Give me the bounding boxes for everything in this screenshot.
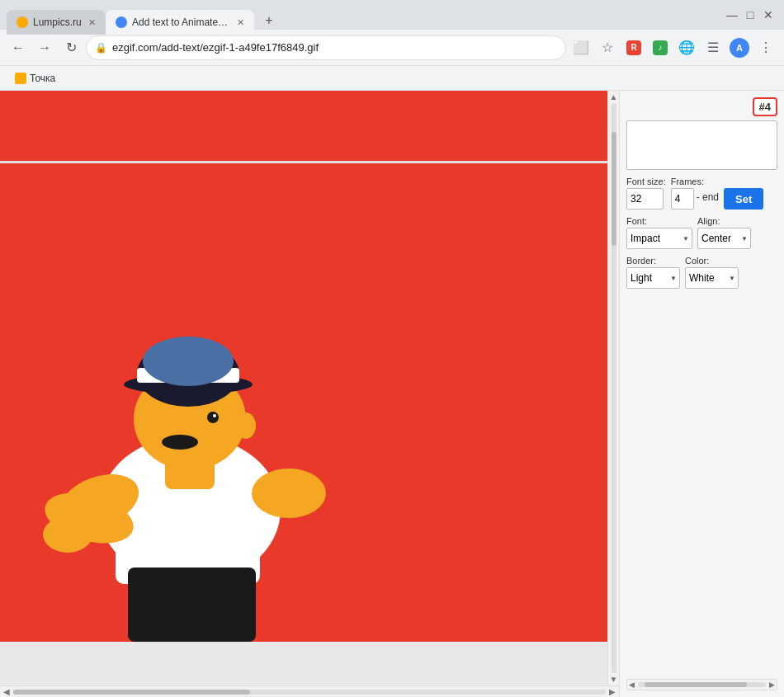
content-area: ▲ ▼ ◀ ▶ #4 — [0, 91, 784, 697]
frames-group: Frames: - end — [671, 177, 719, 210]
color-group: Color: White Black Red Blue — [685, 256, 739, 289]
menu-icon[interactable]: ☰ — [701, 36, 725, 59]
controls-scroll-left[interactable]: ◀ — [627, 681, 636, 689]
svg-point-15 — [213, 414, 216, 417]
scroll-thumb — [612, 132, 616, 246]
scroll-down-button[interactable]: ▼ — [610, 675, 618, 684]
more-icon[interactable]: ⋮ — [754, 36, 777, 59]
url-bar[interactable]: 🔒 ezgif.com/add-text/ezgif-1-a49fe17f684… — [86, 35, 566, 60]
align-select[interactable]: Left Center Right — [697, 228, 751, 249]
forward-button[interactable]: → — [33, 36, 56, 59]
scroll-left-button[interactable]: ◀ — [2, 687, 12, 696]
scrollbar-track[interactable] — [13, 690, 606, 695]
gif-frame-2 — [0, 163, 607, 642]
font-size-label: Font size: — [626, 177, 666, 186]
globe-icon[interactable]: 🌐 — [675, 36, 698, 59]
tab-group: Lumpics.ru ✕ Add text to Animated GIFs -… — [7, 0, 281, 30]
vertical-scrollbar[interactable]: ▲ ▼ — [607, 91, 619, 685]
controls-scrollbar[interactable]: ◀ ▶ — [626, 679, 777, 690]
url-text: ezgif.com/add-text/ezgif-1-a49fe17f6849.… — [112, 41, 557, 54]
refresh-button[interactable]: ↻ — [59, 36, 83, 59]
controls-panel: #4 Font size: Frames: - end Set — [619, 91, 784, 697]
gif-frame-1 — [0, 91, 607, 161]
color-select-wrapper: White Black Red Blue — [685, 267, 739, 289]
bookmark-label: Точка — [30, 73, 55, 84]
color-label: Color: — [685, 256, 739, 266]
tab-favicon-2 — [116, 16, 127, 28]
svg-point-18 — [252, 469, 326, 518]
color-select[interactable]: White Black Red Blue — [685, 267, 739, 289]
new-tab-button[interactable]: + — [257, 9, 281, 32]
align-select-wrapper: Left Center Right — [697, 228, 751, 249]
maximize-button[interactable]: □ — [744, 9, 756, 21]
font-size-input[interactable] — [626, 188, 664, 210]
text-input[interactable] — [626, 120, 777, 170]
scroll-container: ▲ ▼ — [0, 91, 619, 685]
back-button[interactable]: ← — [7, 36, 30, 59]
address-bar: ← → ↻ 🔒 ezgif.com/add-text/ezgif-1-a49fe… — [0, 30, 784, 66]
profile-avatar[interactable]: A — [728, 36, 751, 59]
extension-icon-green[interactable]: ♪ — [649, 36, 672, 59]
svg-rect-5 — [198, 600, 248, 642]
font-select[interactable]: Impact Arial Times New Roman — [626, 228, 692, 249]
bookmark-tochka[interactable]: Точка — [10, 71, 60, 86]
tab-lumpics[interactable]: Lumpics.ru ✕ — [7, 10, 106, 35]
tab-close-2[interactable]: ✕ — [237, 17, 244, 28]
font-group: Font: Impact Arial Times New Roman — [626, 216, 692, 249]
character-svg — [0, 163, 536, 642]
svg-point-12 — [236, 412, 256, 439]
align-label: Align: — [697, 216, 751, 226]
bookmarks-bar: Точка — [0, 66, 784, 91]
cast-icon[interactable]: ⬜ — [569, 36, 593, 59]
close-button[interactable]: ✕ — [763, 9, 774, 21]
tab-close-1[interactable]: ✕ — [88, 17, 96, 28]
scroll-up-button[interactable]: ▲ — [610, 92, 618, 101]
title-bar: Lumpics.ru ✕ Add text to Animated GIFs -… — [0, 0, 784, 30]
gif-area: ▲ ▼ ◀ ▶ — [0, 91, 619, 697]
scroll-right-button[interactable]: ▶ — [607, 687, 617, 696]
minimize-button[interactable]: — — [726, 9, 738, 21]
svg-point-11 — [143, 337, 234, 386]
toolbar-icons: ⬜ ☆ R ♪ 🌐 ☰ A ⋮ — [569, 36, 777, 59]
border-group: Border: None Light Medium Heavy — [626, 256, 680, 289]
lock-icon: 🔒 — [95, 42, 107, 54]
tab-label-2: Add text to Animated GIFs - gif- — [132, 16, 232, 28]
ext-green: ♪ — [653, 40, 668, 55]
scroll-track[interactable] — [612, 103, 616, 673]
font-label: Font: — [626, 216, 692, 226]
frames-input[interactable] — [671, 188, 694, 210]
window-controls: — □ ✕ — [726, 9, 777, 21]
controls-scroll-track[interactable] — [638, 682, 766, 687]
border-select-wrapper: None Light Medium Heavy — [626, 267, 680, 289]
svg-point-17 — [43, 516, 92, 553]
tab-label-1: Lumpics.ru — [33, 16, 83, 28]
bookmark-favicon — [15, 73, 26, 84]
gif-scroll-content[interactable] — [0, 91, 607, 685]
set-button[interactable]: Set — [724, 188, 763, 210]
font-align-row: Font: Impact Arial Times New Roman Align… — [626, 216, 777, 249]
svg-rect-4 — [132, 600, 182, 642]
profile-icon: A — [730, 38, 749, 58]
font-select-wrapper: Impact Arial Times New Roman — [626, 228, 692, 249]
border-color-row: Border: None Light Medium Heavy Color: — [626, 256, 777, 289]
frame-badge: #4 — [753, 97, 777, 116]
tab-favicon-1 — [17, 16, 28, 28]
svg-point-13 — [162, 435, 198, 450]
frames-label: Frames: — [671, 177, 719, 186]
extension-icon-red[interactable]: R — [622, 36, 645, 59]
browser-window: Lumpics.ru ✕ Add text to Animated GIFs -… — [0, 0, 784, 697]
controls-scroll-right[interactable]: ▶ — [767, 681, 777, 689]
frames-separator: - end — [697, 191, 719, 206]
scrollbar-thumb — [13, 690, 250, 695]
ext-red: R — [626, 40, 641, 55]
border-select[interactable]: None Light Medium Heavy — [626, 267, 680, 289]
border-label: Border: — [626, 256, 680, 266]
font-frames-row: Font size: Frames: - end Set — [626, 177, 777, 210]
bookmark-icon[interactable]: ☆ — [596, 36, 619, 59]
align-group: Align: Left Center Right — [697, 216, 751, 249]
tab-ezgif[interactable]: Add text to Animated GIFs - gif- ✕ — [106, 10, 254, 35]
controls-scroll-thumb — [645, 682, 747, 687]
horizontal-scrollbar[interactable]: ◀ ▶ — [0, 685, 619, 697]
svg-point-14 — [207, 412, 219, 423]
font-size-group: Font size: — [626, 177, 666, 210]
